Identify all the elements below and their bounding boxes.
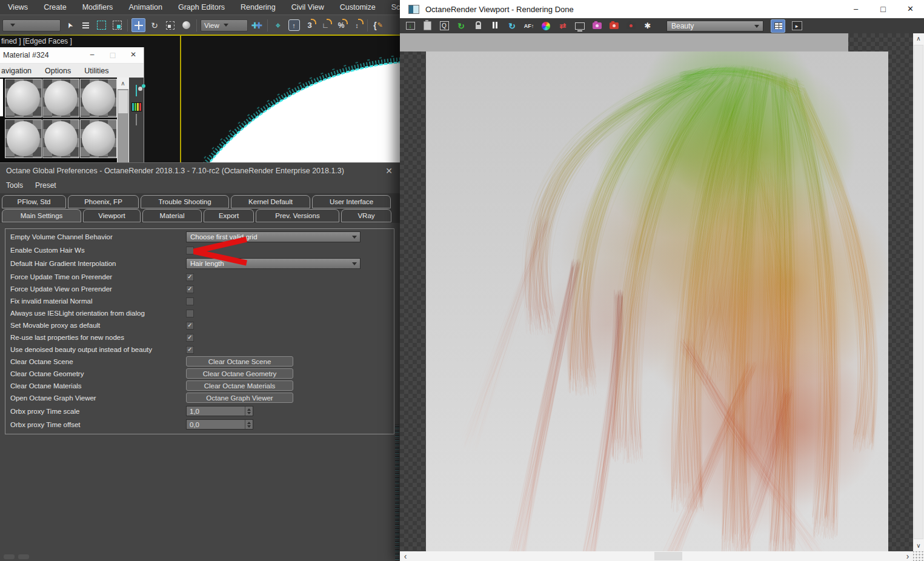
material-scrollbar[interactable]	[118, 78, 128, 162]
minimize-button[interactable]	[842, 0, 869, 18]
film-strip-icon[interactable]	[136, 115, 137, 125]
tab-export[interactable]: Export	[204, 209, 254, 222]
vertical-scrollbar[interactable]	[913, 33, 924, 551]
menu-scripting[interactable]: Scripting	[384, 0, 400, 15]
tab-vray[interactable]: VRay	[341, 209, 391, 222]
material-swatch[interactable]	[5, 79, 42, 118]
lock-icon[interactable]	[471, 20, 485, 32]
pivot-point-icon[interactable]: ✚✚	[250, 18, 264, 33]
zoom-q-icon[interactable]: Q	[437, 20, 451, 32]
pref-checkbox-force-update-view-on-prerender[interactable]	[186, 285, 194, 293]
pref-dropdown-default-hair-gradient-interpolation[interactable]: Hair length	[186, 258, 361, 269]
pref-checkbox-set-movable-proxy-as-default[interactable]	[186, 322, 194, 330]
pref-checkbox-fix-invalid-material-normal[interactable]	[186, 297, 194, 305]
scroll-down-icon[interactable]	[913, 540, 924, 551]
view-dropdown[interactable]: View	[201, 19, 248, 32]
minimize-button[interactable]	[82, 50, 102, 60]
close-icon[interactable]	[385, 166, 393, 176]
camera-red-icon[interactable]	[607, 20, 620, 32]
material-swatch[interactable]	[80, 119, 117, 158]
select-by-name-icon[interactable]	[79, 18, 92, 33]
maximize-button[interactable]	[869, 0, 897, 18]
menu-rendering[interactable]: Rendering	[233, 0, 284, 15]
tab-trouble-shooting[interactable]: Trouble Shooting	[141, 195, 229, 208]
pref-spinner-orbx-proxy-time-scale[interactable]: 1,0	[186, 406, 253, 416]
save-image-icon[interactable]: ↓	[404, 20, 417, 32]
spark-icon[interactable]: ✱	[641, 20, 654, 32]
menu-tools[interactable]: Tools	[0, 181, 29, 190]
angle-snap-icon[interactable]: ∟	[319, 18, 332, 33]
select-object-icon[interactable]: ➤	[63, 18, 76, 33]
clipboard-icon[interactable]	[420, 20, 434, 32]
horizontal-scrollbar[interactable]	[400, 551, 913, 561]
selection-filter-dropdown[interactable]	[2, 19, 61, 32]
pause-icon[interactable]	[488, 20, 502, 32]
spinner-down-icon[interactable]	[247, 412, 251, 416]
close-icon[interactable]	[123, 50, 144, 60]
refresh-icon[interactable]: ↻	[505, 20, 519, 32]
crosshair-icon[interactable]: ⌖	[271, 18, 285, 33]
monitor-icon[interactable]	[573, 20, 587, 32]
scrollbar-thumb[interactable]	[654, 552, 682, 560]
restart-render-icon[interactable]: ↻	[454, 20, 468, 32]
menu-options[interactable]: Options	[38, 67, 78, 75]
scroll-right-icon[interactable]	[902, 551, 913, 561]
spinner-snap-icon[interactable]: ↕	[350, 18, 364, 33]
menu-civil-view[interactable]: Civil View	[284, 0, 332, 15]
material-swatch[interactable]	[42, 119, 79, 158]
spinner-up-icon[interactable]	[247, 407, 251, 411]
menu-avigation[interactable]: avigation	[0, 67, 38, 75]
scroll-up-icon[interactable]	[118, 78, 128, 89]
pref-checkbox-re-use-last-properties-for-new-nodes[interactable]	[186, 334, 194, 342]
film-select-icon[interactable]: ▸	[790, 20, 803, 32]
menu-graph-editors[interactable]: Graph Editors	[170, 0, 233, 15]
passes-table-icon[interactable]	[771, 19, 785, 33]
pref-checkbox-always-use-ieslight-orientation-from-dialog[interactable]	[186, 310, 194, 317]
snap-3d-icon[interactable]: 3	[303, 18, 316, 33]
menu-preset[interactable]: Preset	[29, 181, 62, 190]
render-pass-dropdown[interactable]: Beauty	[666, 21, 763, 32]
pref-button-clear-octane-materials[interactable]: Clear Octane Materials	[186, 380, 293, 391]
camera-magenta-icon[interactable]	[590, 20, 603, 32]
tab-main-settings[interactable]: Main Settings	[2, 209, 81, 222]
region-arrows-icon[interactable]: ⇄	[556, 20, 570, 32]
tab-user-interface[interactable]: User Interface	[312, 195, 391, 208]
camera-black-icon[interactable]	[624, 20, 637, 32]
menu-create[interactable]: Create	[36, 0, 75, 15]
close-icon[interactable]	[897, 0, 924, 18]
checker-icon[interactable]	[136, 85, 137, 96]
tab-prev-versions[interactable]: Prev. Versions	[256, 209, 339, 222]
pref-checkbox-enable-custom-hair-ws[interactable]	[186, 247, 194, 254]
placement-icon[interactable]	[179, 18, 193, 33]
pref-checkbox-force-update-time-on-prerender[interactable]	[186, 273, 194, 281]
menu-utilities[interactable]: Utilities	[78, 67, 115, 75]
rotate-icon[interactable]: ↻	[148, 18, 161, 33]
coordinate-box-icon[interactable]: ↑	[287, 18, 301, 33]
pref-button-open-octane-graph-viewer[interactable]: Octane Graph Viewer	[186, 393, 293, 403]
material-swatch-selected-partial[interactable]	[0, 79, 3, 116]
scrollbar-thumb[interactable]	[118, 90, 128, 113]
menu-views[interactable]: Views	[0, 0, 36, 15]
pref-button-clear-octane-geometry[interactable]: Clear Octane Geometry	[186, 368, 293, 379]
tab-kernel-default[interactable]: Kernel Default	[231, 195, 310, 208]
maximize-button[interactable]	[102, 50, 123, 60]
color-sphere-icon[interactable]	[539, 20, 553, 32]
scrollbar-thumb[interactable]	[914, 45, 923, 539]
render-view[interactable]: Smp/px: 100/100. Samp/s: 0,000M. Time: 0…	[400, 33, 913, 551]
menu-modifiers[interactable]: Modifiers	[75, 0, 121, 15]
resize-grip[interactable]	[913, 551, 924, 561]
pref-button-clear-octane-scene[interactable]: Clear Octane Scene	[186, 356, 293, 367]
material-swatch[interactable]	[5, 119, 42, 158]
material-swatch[interactable]	[80, 79, 117, 118]
menu-customize[interactable]: Customize	[332, 0, 384, 15]
tab-pflow-std[interactable]: PFlow, Std	[2, 195, 66, 208]
rect-region-icon[interactable]	[95, 18, 108, 33]
scroll-up-icon[interactable]	[913, 33, 924, 44]
tab-phoenix-fp[interactable]: Phoenix, FP	[68, 195, 139, 208]
tab-material[interactable]: Material	[142, 209, 202, 222]
material-swatch[interactable]	[42, 79, 79, 118]
maxscript-brace-icon[interactable]: {✎	[371, 18, 385, 33]
scroll-left-icon[interactable]	[400, 551, 411, 561]
spinner-up-icon[interactable]	[247, 420, 251, 424]
move-icon[interactable]	[131, 18, 145, 32]
